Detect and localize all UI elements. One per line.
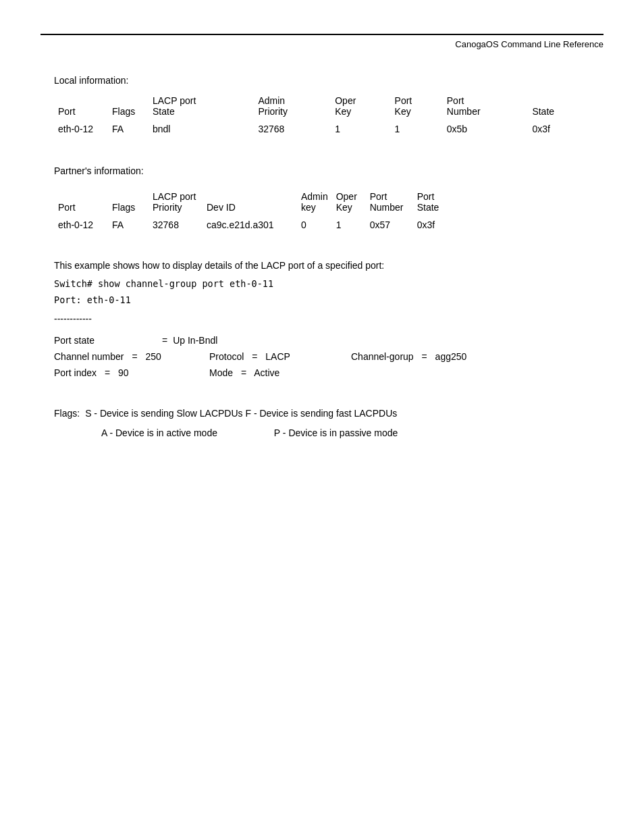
mode-value: Active — [254, 367, 279, 378]
partner-data-key: 0 — [297, 215, 332, 234]
local-col-state: State — [149, 106, 254, 120]
partner-col-state: State — [413, 202, 590, 215]
partner-header-top: LACP port Admin Oper Port Port — [54, 188, 590, 202]
example-command: Switch# show channel-group port eth-0-11 — [54, 278, 590, 289]
port-info-block: Port state = Up In-Bndl Channel number =… — [54, 335, 590, 378]
channel-number-eq: = — [132, 351, 137, 362]
port-state-row: Port state = Up In-Bndl — [54, 335, 590, 346]
protocol-eq: = — [252, 351, 257, 362]
partner-lacp-port-header: LACP port — [149, 188, 203, 202]
flags-row1: Flags: S - Device is sending Slow LACPDU… — [54, 405, 590, 422]
channel-gorup-label: Channel-gorup — [351, 351, 414, 362]
local-header-top: LACP port Admin Oper Port Port — [54, 93, 590, 106]
local-data-state: bndl — [149, 120, 254, 138]
port-index-label: Port index — [54, 367, 97, 378]
partner-header-bottom: Port Flags Priority Dev ID key Key Numbe… — [54, 202, 590, 215]
port-index-row: Port index = 90 Mode = Active — [54, 367, 590, 378]
partner-oper-header: Oper — [332, 188, 366, 202]
local-port-header: Port — [391, 93, 443, 106]
channel-gorup-group: Channel-gorup = agg250 — [351, 351, 466, 362]
partner-col-priority: Priority — [149, 202, 203, 215]
partner-section-label: Partner's information: — [54, 165, 590, 176]
header-title-text: CanogaOS Command Line Reference — [455, 39, 603, 49]
local-data-number: 0x5b — [443, 120, 529, 138]
partner-data-row: eth-0-12 FA 32768 ca9c.e21d.a301 0 1 0x5… — [54, 215, 590, 234]
flags-line2-p: P - Device is in passive mode — [274, 427, 398, 438]
local-col-flags: Flags — [108, 106, 149, 120]
local-col-key: Key — [331, 106, 390, 120]
partner-col-key: key — [297, 202, 332, 215]
flags-row2: A - Device is in active mode P - Device … — [101, 425, 590, 442]
partner-data-state: 0x3f — [413, 215, 590, 234]
partner-col-number: Number — [366, 202, 413, 215]
port-state-eq: = — [162, 335, 167, 346]
protocol-group: Protocol = LACP — [209, 351, 331, 362]
local-header-bottom: Port Flags State Priority Key Key Number… — [54, 106, 590, 120]
partner-col-devid: Dev ID — [203, 202, 297, 215]
channel-gorup-value: agg250 — [435, 351, 467, 362]
local-col-port: Port — [54, 106, 108, 120]
partner-col-flags: Flags — [108, 202, 149, 215]
mode-label: Mode — [209, 367, 233, 378]
partner-port-header: Port — [366, 188, 413, 202]
flags-line2-a: A - Device is in active mode — [101, 427, 217, 438]
channel-gorup-eq: = — [422, 351, 427, 362]
content: Local information: LACP port Admin Oper … — [0, 49, 644, 496]
flags-section: Flags: S - Device is sending Slow LACPDU… — [54, 405, 590, 442]
example-text: This example shows how to display detail… — [54, 259, 590, 273]
port-index-eq: = — [105, 367, 110, 378]
local-col-priority: Priority — [254, 106, 331, 120]
port-index-label-group: Port index = 90 — [54, 367, 189, 378]
local-col-state2: State — [528, 106, 590, 120]
flags-label: Flags: — [54, 405, 80, 422]
partner-data-flags: FA — [108, 215, 149, 234]
local-col-key2: Key — [391, 106, 443, 120]
partner-port2-header: Port — [413, 188, 590, 202]
protocol-value: LACP — [265, 351, 290, 362]
local-col-number: Number — [443, 106, 529, 120]
mode-group: Mode = Active — [209, 367, 279, 378]
partner-data-port: eth-0-12 — [54, 215, 108, 234]
partner-col-port: Port — [54, 202, 108, 215]
channel-number-row: Channel number = 250 Protocol = LACP Cha… — [54, 351, 590, 362]
partner-admin-header: Admin — [297, 188, 332, 202]
example-port-label: Port: eth-0-11 — [54, 294, 590, 305]
local-lacp-port-header: LACP port — [149, 93, 254, 106]
channel-number-label-group: Channel number = 250 — [54, 351, 189, 362]
page: CanogaOS Command Line Reference Local in… — [0, 34, 644, 834]
partner-data-priority: 32768 — [149, 215, 203, 234]
local-data-port: eth-0-12 — [54, 120, 108, 138]
local-data-portstate: 0x3f — [528, 120, 590, 138]
local-data-priority: 32768 — [254, 120, 331, 138]
partner-table: LACP port Admin Oper Port Port Port Flag… — [54, 188, 590, 234]
local-data-key2: 1 — [391, 120, 443, 138]
local-data-key: 1 — [331, 120, 390, 138]
partner-data-number: 0x57 — [366, 215, 413, 234]
mode-eq: = — [241, 367, 246, 378]
partner-data-key2: 1 — [332, 215, 366, 234]
port-state-label: Port state — [54, 335, 162, 346]
port-index-value: 90 — [118, 367, 129, 378]
example-separator: ------------ — [54, 313, 590, 324]
header-title: CanogaOS Command Line Reference — [0, 35, 644, 49]
partner-data-devid: ca9c.e21d.a301 — [203, 215, 297, 234]
local-port2-header: Port — [443, 93, 529, 106]
local-oper-header: Oper — [331, 93, 390, 106]
channel-number-label: Channel number — [54, 351, 124, 362]
channel-number-value: 250 — [145, 351, 161, 362]
partner-col-key2: Key — [332, 202, 366, 215]
port-state-value: Up In-Bndl — [173, 335, 217, 346]
local-section-label: Local information: — [54, 75, 590, 86]
local-data-flags: FA — [108, 120, 149, 138]
local-admin-header: Admin — [254, 93, 331, 106]
local-data-row: eth-0-12 FA bndl 32768 1 1 0x5b 0x3f — [54, 120, 590, 138]
flags-line1: S - Device is sending Slow LACPDUs F - D… — [85, 405, 397, 422]
protocol-label: Protocol — [209, 351, 244, 362]
local-table: LACP port Admin Oper Port Port Port Flag… — [54, 93, 590, 138]
